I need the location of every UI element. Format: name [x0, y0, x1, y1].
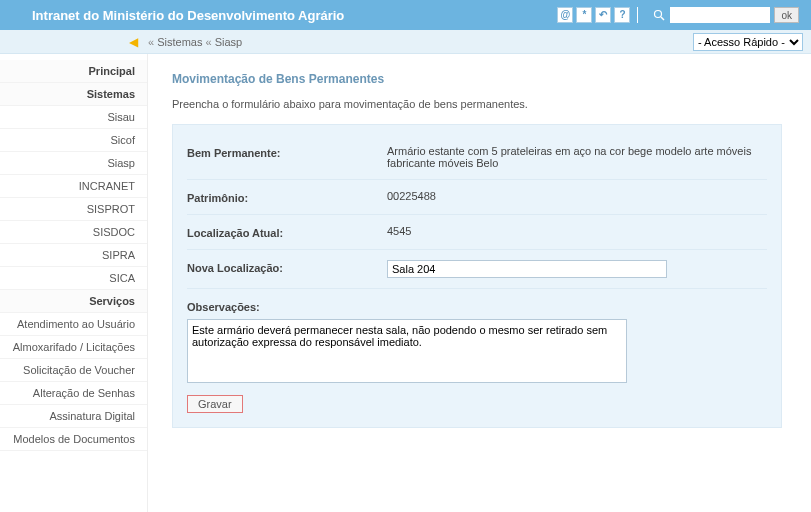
sidebar: Principal Sistemas Sisau Sicof Siasp INC… — [0, 54, 148, 512]
sidebar-header-sistemas[interactable]: Sistemas — [0, 83, 147, 106]
svg-line-1 — [661, 17, 664, 20]
page-title: Movimentação de Bens Permanentes — [172, 72, 787, 86]
value-patrimonio: 00225488 — [387, 190, 767, 204]
label-localizacao-atual: Localização Atual: — [187, 225, 387, 239]
search-input[interactable] — [670, 7, 770, 23]
row-nova-localizacao: Nova Localização: — [187, 250, 767, 289]
row-bem-permanente: Bem Permanente: Armário estante com 5 pr… — [187, 135, 767, 180]
sidebar-item-incranet[interactable]: INCRANET — [0, 175, 147, 198]
label-patrimonio: Patrimônio: — [187, 190, 387, 204]
label-observacoes: Observações: — [187, 299, 387, 313]
breadcrumb-sep: « — [148, 36, 157, 48]
toolbar-separator — [637, 7, 638, 23]
app-title: Intranet do Ministério do Desenvolviment… — [12, 8, 557, 23]
page-description: Preencha o formulário abaixo para movime… — [172, 98, 787, 110]
toolbar-icons: @ * ↶ ? — [557, 7, 642, 23]
sidebar-item-modelos[interactable]: Modelos de Documentos — [0, 428, 147, 451]
row-localizacao-atual: Localização Atual: 4545 — [187, 215, 767, 250]
svg-point-0 — [655, 11, 662, 18]
search-area: ok — [652, 7, 799, 23]
input-nova-localizacao[interactable] — [387, 260, 667, 278]
form-panel: Bem Permanente: Armário estante com 5 pr… — [172, 124, 782, 428]
at-icon[interactable]: @ — [557, 7, 573, 23]
sidebar-item-sisdoc[interactable]: SISDOC — [0, 221, 147, 244]
quick-access: - Acesso Rápido - — [693, 33, 803, 51]
main-content: Movimentação de Bens Permanentes Preench… — [148, 54, 811, 512]
body: Principal Sistemas Sisau Sicof Siasp INC… — [0, 54, 811, 512]
star-icon[interactable]: * — [576, 7, 592, 23]
quick-access-select[interactable]: - Acesso Rápido - — [693, 33, 803, 51]
sidebar-item-sisau[interactable]: Sisau — [0, 106, 147, 129]
sidebar-item-sicof[interactable]: Sicof — [0, 129, 147, 152]
gravar-button[interactable]: Gravar — [187, 395, 243, 413]
sidebar-item-sisprot[interactable]: SISPROT — [0, 198, 147, 221]
breadcrumb-item[interactable]: Siasp — [215, 36, 243, 48]
breadcrumb-item[interactable]: Sistemas — [157, 36, 202, 48]
value-localizacao-atual: 4545 — [387, 225, 767, 239]
back-icon[interactable]: ↶ — [595, 7, 611, 23]
search-ok-button[interactable]: ok — [774, 7, 799, 23]
search-icon — [652, 8, 666, 22]
sidebar-header-servicos[interactable]: Serviços — [0, 290, 147, 313]
row-observacoes: Observações: — [187, 289, 767, 385]
value-bem-permanente: Armário estante com 5 prateleiras em aço… — [387, 145, 767, 169]
top-bar: Intranet do Ministério do Desenvolviment… — [0, 0, 811, 30]
sub-bar: ◀ « Sistemas « Siasp - Acesso Rápido - — [0, 30, 811, 54]
label-nova-localizacao: Nova Localização: — [187, 260, 387, 278]
sidebar-item-voucher[interactable]: Solicitação de Voucher — [0, 359, 147, 382]
breadcrumb-sep: « — [206, 36, 215, 48]
help-icon[interactable]: ? — [614, 7, 630, 23]
sidebar-item-almoxarifado[interactable]: Almoxarifado / Licitações — [0, 336, 147, 359]
sidebar-item-sipra[interactable]: SIPRA — [0, 244, 147, 267]
breadcrumb: « Sistemas « Siasp — [148, 36, 693, 48]
sidebar-toggle-area: ◀ — [8, 35, 148, 49]
sidebar-item-siasp[interactable]: Siasp — [0, 152, 147, 175]
sidebar-item-sica[interactable]: SICA — [0, 267, 147, 290]
label-bem-permanente: Bem Permanente: — [187, 145, 387, 169]
sidebar-item-senhas[interactable]: Alteração de Senhas — [0, 382, 147, 405]
collapse-sidebar-icon[interactable]: ◀ — [129, 35, 138, 49]
sidebar-header-principal[interactable]: Principal — [0, 60, 147, 83]
sidebar-item-atendimento[interactable]: Atendimento ao Usuário — [0, 313, 147, 336]
row-patrimonio: Patrimônio: 00225488 — [187, 180, 767, 215]
textarea-observacoes[interactable] — [187, 319, 627, 383]
sidebar-item-assinatura[interactable]: Assinatura Digital — [0, 405, 147, 428]
